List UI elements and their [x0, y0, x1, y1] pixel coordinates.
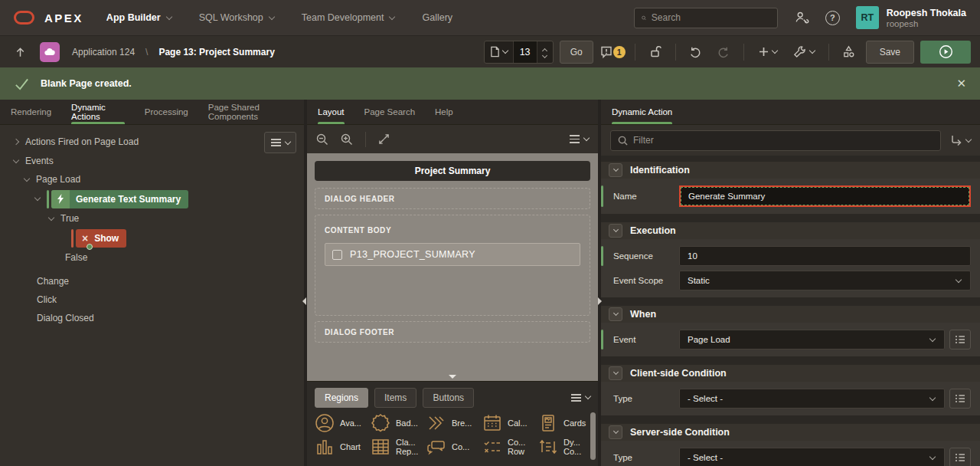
gallery-tab-items[interactable]: Items [374, 388, 416, 408]
global-search[interactable] [634, 8, 778, 28]
undo-button[interactable] [685, 41, 707, 63]
page-issues-button[interactable]: 1 [599, 45, 626, 59]
collapse-button[interactable] [609, 307, 622, 321]
chevron-right-icon [13, 139, 19, 145]
collapse-button[interactable] [609, 163, 622, 177]
save-button[interactable]: Save [866, 41, 914, 64]
breadcrumb-application[interactable]: Application 124 [72, 47, 135, 57]
chevron-down-icon [612, 369, 618, 375]
collapse-right-handle[interactable] [598, 297, 602, 305]
tab-dynamic-action[interactable]: Dynamic Action [612, 100, 672, 124]
page-picker-button[interactable] [485, 41, 513, 63]
unlock-button[interactable] [645, 41, 666, 63]
tree-node-show[interactable]: × Show [0, 228, 304, 248]
tab-dynamic-actions[interactable]: Dynamic Actions [71, 100, 125, 124]
tree-node-actions-fired[interactable]: Actions Fired on Page Load [0, 132, 304, 152]
layout-toolbar [307, 125, 598, 153]
breadcrumb-page: Page 13: Project Summary [158, 47, 274, 57]
zoom-in-button[interactable] [341, 133, 353, 146]
tab-page-shared-components[interactable]: Page Shared Components [208, 100, 293, 124]
gallery-item-column-toggle-row[interactable]: Co...Row [482, 437, 538, 457]
server-condition-quickpick-button[interactable] [949, 448, 971, 466]
dialog-title-region[interactable]: Project Summary [315, 161, 590, 181]
user-menu[interactable]: RT Roopesh Thokala roopesh [856, 6, 966, 29]
page-item-p13-project-summary[interactable]: P13_PROJECT_SUMMARY [325, 243, 580, 266]
go-button[interactable]: Go [560, 41, 593, 64]
event-quickpick-button[interactable] [949, 330, 971, 350]
go-to-group-button[interactable] [950, 135, 971, 146]
chevron-down-icon [612, 166, 618, 172]
gallery-item-dynamic-content[interactable]: Dy...Co... [538, 437, 594, 457]
shared-components-button[interactable] [838, 41, 860, 63]
event-select[interactable]: Page Load [679, 330, 945, 350]
tab-rendering[interactable]: Rendering [11, 100, 51, 124]
gallery-item-cards[interactable]: Cards [538, 413, 594, 433]
tree-node-generate-text-summary[interactable]: Generate Text Summary [0, 189, 304, 209]
nav-gallery[interactable]: Gallery [422, 12, 452, 23]
event-scope-select[interactable]: Static [679, 271, 971, 290]
search-input[interactable] [652, 12, 770, 23]
admin-icon[interactable] [794, 10, 809, 25]
server-condition-type-select[interactable]: - Select - [679, 448, 945, 466]
up-to-app-button[interactable] [9, 41, 31, 63]
tab-layout[interactable]: Layout [318, 100, 345, 124]
collapse-button[interactable] [609, 425, 622, 439]
nav-sql-workshop[interactable]: SQL Workshop [199, 12, 274, 23]
create-menu-button[interactable] [753, 41, 782, 63]
tree-menu-button[interactable] [264, 132, 296, 153]
tree-node-click[interactable]: Click [0, 290, 304, 309]
name-input[interactable] [681, 187, 969, 205]
gallery-menu-button[interactable] [571, 394, 590, 402]
tab-help[interactable]: Help [435, 100, 453, 124]
content-body-region[interactable]: CONTENT BODY P13_PROJECT_SUMMARY [315, 215, 590, 316]
gallery-scrollbar[interactable] [590, 412, 596, 460]
gallery-item-comments[interactable]: Co... [426, 437, 482, 457]
gallery-tab-buttons[interactable]: Buttons [423, 388, 474, 408]
gallery-item-avatar[interactable]: Ava... [315, 413, 371, 433]
zoom-out-button[interactable] [316, 133, 328, 146]
gallery-collapse-handle[interactable] [449, 375, 456, 379]
tree-node-false[interactable]: False [0, 248, 304, 267]
expand-layout-button[interactable] [378, 133, 390, 145]
gallery-item-calendar[interactable]: Cal... [482, 413, 538, 433]
tab-page-search[interactable]: Page Search [364, 100, 416, 124]
help-icon[interactable]: ? [825, 11, 840, 25]
gallery-item-badge[interactable]: Bad... [371, 413, 426, 433]
issue-count-badge: 1 [613, 46, 626, 58]
badge-icon [371, 413, 390, 433]
gallery-item-breadcrumb[interactable]: Bre... [426, 413, 482, 433]
search-icon [642, 13, 646, 23]
page-stepper[interactable] [537, 41, 553, 63]
collapse-button[interactable] [609, 224, 622, 238]
property-filter[interactable] [610, 130, 941, 151]
tree-node-events[interactable]: Events [0, 152, 304, 170]
nav-team-development[interactable]: Team Development [302, 12, 395, 23]
tab-processing[interactable]: Processing [145, 100, 188, 124]
gallery-item-classic-report[interactable]: Cla...Rep... [371, 437, 426, 457]
nav-app-builder[interactable]: App Builder [106, 12, 172, 23]
layout-menu-button[interactable] [570, 135, 589, 143]
redo-button[interactable] [713, 41, 734, 63]
page-number[interactable]: 13 [513, 41, 537, 63]
search-icon [618, 136, 628, 146]
dialog-footer-region[interactable]: DIALOG FOOTER [315, 321, 590, 343]
tree-node-page-load[interactable]: Page Load [0, 170, 304, 189]
client-condition-quickpick-button[interactable] [949, 389, 971, 409]
tree-node-change[interactable]: Change [0, 272, 304, 290]
utilities-menu-button[interactable] [789, 41, 819, 63]
menu-icon [570, 135, 580, 143]
tree-node-true[interactable]: True [0, 209, 304, 228]
close-icon[interactable]: ✕ [956, 77, 966, 90]
app-icon[interactable] [40, 42, 60, 62]
gallery-tab-regions[interactable]: Regions [315, 388, 368, 408]
goto-arrow-icon [950, 135, 962, 146]
dialog-header-region[interactable]: DIALOG HEADER [315, 188, 590, 209]
filter-input[interactable] [633, 135, 933, 146]
run-page-button[interactable] [920, 41, 971, 64]
sequence-input[interactable] [688, 251, 962, 261]
gallery-item-chart[interactable]: Chart [315, 437, 371, 457]
collapse-left-handle[interactable] [302, 297, 306, 305]
client-condition-type-select[interactable]: - Select - [679, 389, 945, 409]
collapse-button[interactable] [609, 366, 622, 380]
tree-node-dialog-closed[interactable]: Dialog Closed [0, 309, 304, 327]
